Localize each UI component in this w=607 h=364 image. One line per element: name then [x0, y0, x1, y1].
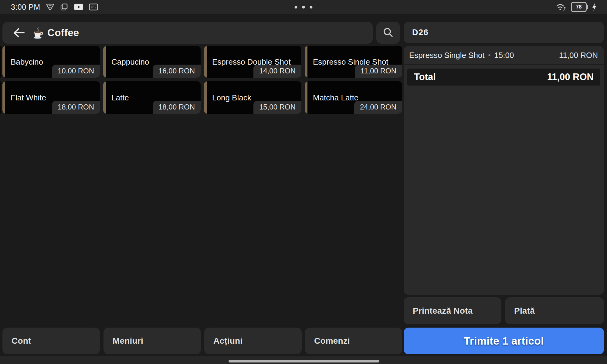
send-items-button[interactable]: Trimite 1 articol [404, 328, 604, 354]
nav-label: Comenzi [314, 336, 350, 346]
menu-item-price: 11,00 RON [355, 65, 402, 78]
menu-item-price: 14,00 RON [253, 65, 301, 78]
menu-item-price: 18,00 RON [52, 101, 100, 114]
nav-label: Cont [12, 336, 31, 346]
back-arrow-icon [12, 27, 26, 39]
tile-accent-stripe [204, 81, 207, 114]
order-item-time: 15:00 [494, 51, 514, 60]
nav-button-comenzi[interactable]: Comenzi [305, 328, 402, 354]
tile-accent-stripe [204, 46, 207, 78]
order-total-row: Total 11,00 RON [407, 69, 600, 86]
menu-item-name: Babycino [11, 57, 43, 66]
status-more-dots-icon [295, 0, 313, 14]
home-indicator-pill[interactable] [229, 360, 379, 362]
clock: 3:00 PM [11, 3, 40, 12]
menu-item-price: 24,00 RON [354, 101, 402, 114]
nav-button-actiuni[interactable]: Acțiuni [204, 328, 302, 354]
pay-label: Plată [514, 306, 535, 316]
partial-tile-edge [0, 81, 2, 114]
tile-accent-stripe [103, 46, 106, 78]
nav-label: Meniuri [113, 336, 143, 346]
menu-item-name: Long Black [212, 93, 251, 102]
print-bill-button[interactable]: Printează Nota [404, 297, 501, 324]
menu-item-matcha-latte[interactable]: Matcha Latte 24,00 RON [305, 81, 402, 114]
menu-item-latte[interactable]: Latte 18,00 RON [103, 81, 201, 114]
menu-item-price: 15,00 RON [253, 101, 301, 114]
tile-accent-stripe [2, 81, 5, 114]
nav-label: Acțiuni [213, 336, 242, 346]
menu-item-price: 16,00 RON [153, 65, 201, 78]
menu-item-name: Cappucino [111, 57, 149, 66]
order-panel: Espresso Single Shot • 15:00 11,00 RON T… [404, 46, 604, 295]
battery-level: 78 [576, 4, 582, 10]
tile-accent-stripe [305, 81, 307, 114]
menu-item-espresso-double-shot[interactable]: Espresso Double Shot 14,00 RON [204, 46, 301, 78]
menu-item-flat-white[interactable]: Flat White 18,00 RON [2, 81, 100, 114]
page-title: Coffee [47, 27, 79, 39]
status-bar: 3:00 PM [0, 0, 607, 14]
menu-item-name: Flat White [11, 93, 46, 102]
coffee-emoji-icon [32, 26, 44, 39]
menu-item-name: Matcha Latte [313, 93, 358, 102]
back-button[interactable] [10, 24, 27, 41]
pay-button[interactable]: Plată [505, 297, 604, 324]
partial-tile-edge [0, 46, 2, 78]
menu-item-name: Latte [111, 93, 129, 102]
total-value: 11,00 RON [547, 72, 594, 83]
table-number: D26 [412, 28, 429, 37]
table-header-panel[interactable]: D26 [404, 22, 604, 43]
print-bill-label: Printează Nota [413, 306, 473, 316]
overlapping-windows-icon [60, 3, 68, 11]
menu-item-price: 18,00 RON [153, 101, 201, 114]
search-icon [382, 27, 394, 39]
total-label: Total [414, 72, 547, 83]
menu-item-babycino[interactable]: Babycino 10,00 RON [2, 46, 100, 78]
order-item-name: Espresso Single Shot [409, 51, 485, 60]
menu-item-price: 10,00 RON [52, 65, 100, 78]
search-button[interactable] [376, 22, 400, 44]
nav-button-meniuri[interactable]: Meniuri [103, 328, 201, 354]
category-header-bar: Coffee [2, 22, 373, 44]
menu-item-cappucino[interactable]: Cappucino 16,00 RON [103, 46, 201, 78]
tile-accent-stripe [103, 81, 106, 114]
adguard-shield-icon [46, 3, 54, 11]
nav-button-cont[interactable]: Cont [2, 328, 100, 354]
pos-app-screen: 3:00 PM [0, 0, 607, 364]
send-items-label: Trimite 1 articol [464, 335, 544, 347]
order-item-price: 11,00 RON [559, 51, 598, 60]
tile-accent-stripe [2, 46, 5, 78]
tile-accent-stripe [305, 46, 307, 78]
order-separator-dot: • [488, 51, 491, 59]
menu-item-long-black[interactable]: Long Black 15,00 RON [204, 81, 301, 114]
youtube-icon [74, 3, 83, 11]
sim-toolkit-icon [89, 3, 98, 11]
battery-icon: 78 [571, 2, 588, 12]
wifi-icon [556, 2, 567, 12]
charging-bolt-icon [592, 3, 597, 11]
menu-item-espresso-single-shot[interactable]: Espresso Single Shot 11,00 RON [305, 46, 402, 78]
order-line-item[interactable]: Espresso Single Shot • 15:00 11,00 RON [404, 46, 604, 65]
